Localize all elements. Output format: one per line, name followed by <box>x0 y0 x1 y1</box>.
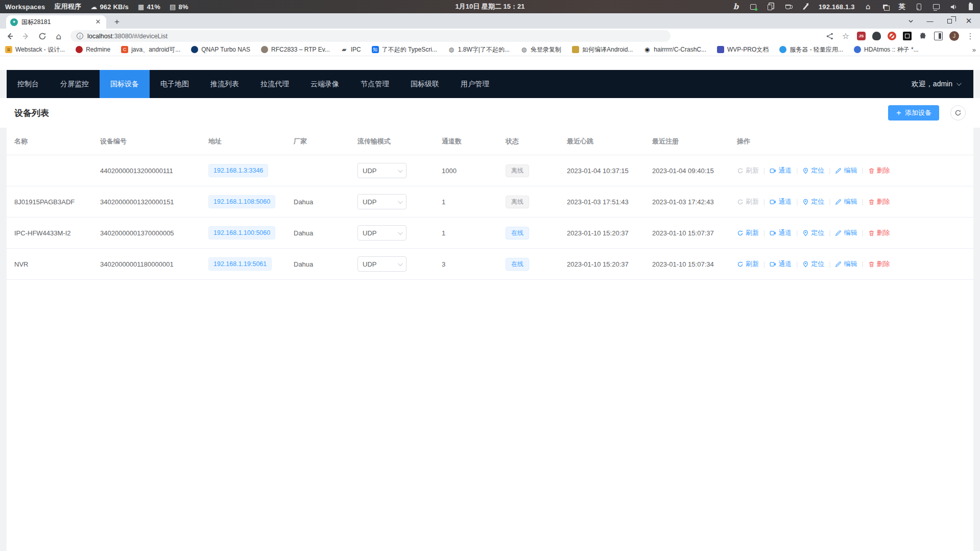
edit-action[interactable]: 编辑 <box>835 228 857 237</box>
channel-action[interactable]: 通道 <box>770 228 792 237</box>
tab-close-icon[interactable]: ✕ <box>94 18 102 26</box>
bing-tray-icon[interactable]: b <box>732 3 740 11</box>
home-icon[interactable]: ⌂ <box>54 32 63 41</box>
bookmark-item[interactable]: 知了不起的 TypeScri... <box>372 45 437 54</box>
nav-item-4[interactable]: 电子地图 <box>150 70 200 98</box>
forward-icon[interactable] <box>21 32 31 41</box>
delete-action[interactable]: 删除 <box>868 197 890 206</box>
locate-action[interactable]: 定位 <box>802 197 824 206</box>
nav-item-2[interactable]: 分屏监控 <box>50 70 100 98</box>
screenshot-tray-icon[interactable] <box>749 3 757 11</box>
back-icon[interactable] <box>5 32 14 41</box>
nav-item-5[interactable]: 推流列表 <box>200 70 250 98</box>
folder-icon: ▰ <box>341 46 348 53</box>
ext-js-icon[interactable]: JS <box>857 32 866 40</box>
share-icon[interactable] <box>825 32 834 41</box>
display-tray-icon[interactable] <box>932 3 940 11</box>
nav-item-1[interactable]: 控制台 <box>7 70 50 98</box>
color-picker-tray-icon[interactable] <box>801 3 809 11</box>
nav-item-10[interactable]: 用户管理 <box>450 70 500 98</box>
bookmark-item[interactable]: 如何编译Android... <box>572 45 633 54</box>
browser-tab[interactable]: ✦ 国标28181 ✕ <box>6 15 106 29</box>
bookmark-item[interactable]: WVP-PRO文档 <box>717 45 769 54</box>
bookmark-item[interactable]: HDAtmos :: 种子 *... <box>854 45 919 54</box>
volume-tray-icon[interactable] <box>949 3 958 11</box>
cell-registered: 2023-01-04 09:40:15 <box>644 167 729 175</box>
bookmarks-overflow-icon[interactable]: » <box>972 46 975 54</box>
delete-action[interactable]: 删除 <box>868 166 890 175</box>
locate-action[interactable]: 定位 <box>802 259 824 269</box>
bookmark-item[interactable]: QNAP Turbo NAS <box>191 46 250 53</box>
action-divider: | <box>862 198 863 205</box>
user-menu[interactable]: 欢迎，admin <box>912 80 973 89</box>
channel-action[interactable]: 通道 <box>770 259 792 269</box>
column-header: 厂家 <box>286 137 350 146</box>
bookmark-item[interactable]: ▰IPC <box>341 46 361 53</box>
locate-action[interactable]: 定位 <box>802 228 824 237</box>
refresh-action[interactable]: 刷新 <box>737 228 759 237</box>
bookmark-item[interactable]: ≣Webstack - 设计... <box>5 45 65 54</box>
nav-item-6[interactable]: 拉流代理 <box>250 70 300 98</box>
ext-blocker-icon[interactable] <box>888 32 896 40</box>
stream-mode-select[interactable]: UDP <box>357 225 407 241</box>
bookmark-item[interactable]: Cjava、android可... <box>121 45 180 54</box>
site-info-icon[interactable]: i <box>77 33 83 39</box>
edit-action[interactable]: 编辑 <box>835 197 857 206</box>
nav-item-8[interactable]: 节点管理 <box>350 70 400 98</box>
column-header: 最近注册 <box>644 137 729 146</box>
stream-mode-select[interactable]: UDP <box>357 194 407 209</box>
reload-icon[interactable] <box>38 32 47 41</box>
net-speed-indicator: ☁ 962 KB/s <box>90 3 129 11</box>
caffeine-tray-icon[interactable] <box>784 3 792 11</box>
minimize-button[interactable]: — <box>926 17 934 25</box>
bookmark-item[interactable]: ◍1.8W字|了不起的... <box>448 45 510 54</box>
edit-action[interactable]: 编辑 <box>835 166 857 175</box>
status-badge: 在线 <box>506 227 529 239</box>
edit-action[interactable]: 编辑 <box>835 259 857 269</box>
tab-search-chevron-icon[interactable] <box>906 17 915 25</box>
clipboard-tray-icon[interactable] <box>767 3 775 11</box>
refresh-action[interactable]: 刷新 <box>737 259 759 269</box>
battery-tray-icon[interactable] <box>967 3 975 11</box>
address-chip[interactable]: 192.168.1.3:3346 <box>208 164 268 177</box>
nav-item-7[interactable]: 云端录像 <box>300 70 350 98</box>
profile-avatar[interactable]: J <box>949 31 959 41</box>
clock-label[interactable]: 1月10日 星期二 15：21 <box>456 2 525 11</box>
applications-menu[interactable]: 应用程序 <box>54 2 81 11</box>
bookmark-item[interactable]: ◉hairrrrr/C-CrashC... <box>643 46 706 53</box>
address-chip[interactable]: 192.168.1.108:5060 <box>208 195 275 208</box>
home-tray-icon[interactable]: ⌂ <box>864 3 872 11</box>
bookmark-item[interactable]: Redmine <box>76 46 110 53</box>
restore-button[interactable] <box>945 17 953 25</box>
ext-screenshot-icon[interactable] <box>903 32 912 40</box>
delete-action[interactable]: 删除 <box>868 228 890 237</box>
nav-item-3[interactable]: 国标设备 <box>100 70 150 98</box>
locate-action[interactable]: 定位 <box>802 166 824 175</box>
side-panel-icon[interactable] <box>934 32 943 40</box>
ext-mask-icon[interactable] <box>872 32 881 40</box>
stream-mode-select[interactable]: UDP <box>357 256 407 272</box>
input-method-indicator[interactable]: 英 <box>899 2 905 11</box>
refresh-list-button[interactable] <box>950 105 966 121</box>
bookmark-item[interactable]: RFC2833 – RTP Ev... <box>261 46 330 53</box>
channel-action[interactable]: 通道 <box>770 197 792 206</box>
extensions-puzzle-icon[interactable] <box>918 32 927 41</box>
bookmark-star-icon[interactable]: ☆ <box>841 32 850 41</box>
workspaces-button[interactable]: Workspaces <box>5 3 45 11</box>
stream-mode-select[interactable]: UDP <box>357 163 407 178</box>
add-device-button[interactable]: 添加设备 <box>888 105 939 121</box>
delete-action[interactable]: 删除 <box>868 259 890 269</box>
channel-action[interactable]: 通道 <box>770 166 792 175</box>
nav-item-9[interactable]: 国标级联 <box>400 70 450 98</box>
phone-link-tray-icon[interactable] <box>915 3 923 11</box>
menu-dots-icon[interactable]: ⋮ <box>966 32 975 41</box>
ip-address-label[interactable]: 192.168.1.3 <box>819 3 855 11</box>
new-tab-button[interactable]: + <box>110 15 124 29</box>
window-switcher-tray-icon[interactable] <box>881 3 890 11</box>
address-chip[interactable]: 192.168.1.19:5061 <box>208 257 272 271</box>
close-window-button[interactable]: ✕ <box>965 17 973 25</box>
address-chip[interactable]: 192.168.1.100:5060 <box>208 226 275 239</box>
bookmark-item[interactable]: 服务器 - 轻量应用... <box>779 45 843 54</box>
bookmark-item[interactable]: ◍免登录复制 <box>520 45 561 54</box>
address-bar[interactable]: i localhost:38080/#/deviceList <box>70 30 671 42</box>
